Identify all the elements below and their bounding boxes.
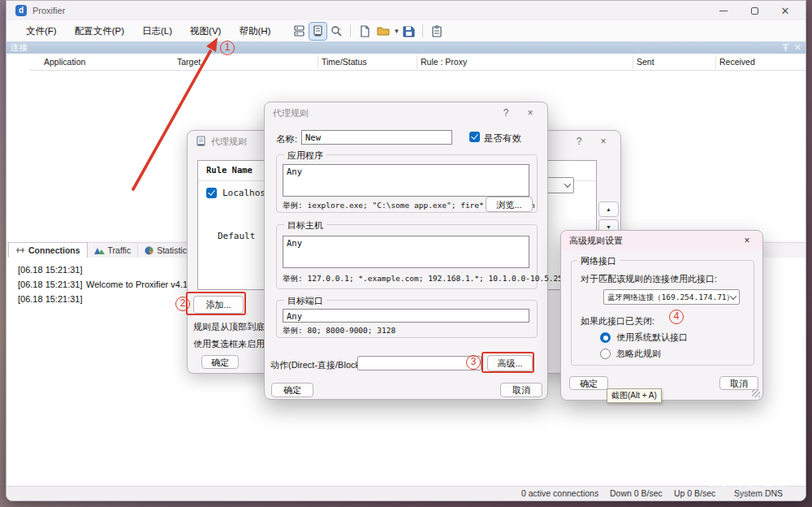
close-button[interactable]: ✕ xyxy=(770,1,801,20)
radio-ignore-rule[interactable]: 忽略此规则 xyxy=(600,348,661,360)
rule-name: Default xyxy=(218,231,255,241)
network-interface-legend: 网络接口 xyxy=(577,255,620,267)
applications-textarea[interactable]: Any xyxy=(283,164,529,197)
clipboard-button[interactable] xyxy=(428,23,445,40)
new-profile-icon xyxy=(359,25,370,37)
tab-traffic[interactable]: Traffic xyxy=(88,243,139,258)
help-icon[interactable]: ? xyxy=(495,106,516,120)
column-separator[interactable] xyxy=(417,55,417,69)
maximize-icon xyxy=(751,7,758,15)
name-label: 名称: xyxy=(276,133,297,145)
pin-icon[interactable] xyxy=(782,43,789,52)
titlebar[interactable]: d Proxifier ✕ xyxy=(6,1,806,20)
panel-close-icon[interactable]: ✕ xyxy=(794,41,801,54)
radio-unselected-icon xyxy=(600,349,611,359)
connections-tab-icon xyxy=(15,246,25,254)
rules-column-header[interactable]: Rule Name xyxy=(206,165,253,175)
applications-legend: 应用程序 xyxy=(284,150,326,162)
rules-dialog-icon xyxy=(196,136,206,147)
target-hosts-textarea[interactable]: Any xyxy=(283,236,529,268)
save-floppy-icon xyxy=(403,25,415,37)
rule-dialog-titlebar[interactable]: 代理规则 ? × xyxy=(265,102,547,124)
close-icon[interactable]: × xyxy=(520,106,541,120)
rule-row-localhost[interactable]: Localhost xyxy=(206,188,271,198)
col-rule-proxy[interactable]: Rule : Proxy xyxy=(421,57,467,67)
browse-button[interactable]: 浏览... xyxy=(486,197,533,212)
log-entry: [06.18 15:21:31] Welcome to Proxifier v4… xyxy=(18,280,209,289)
log-time: [06.18 15:21:31] xyxy=(18,265,86,275)
close-icon[interactable]: × xyxy=(736,233,758,248)
status-bar: 0 active connections Down 0 B/sec Up 0 B… xyxy=(6,486,806,500)
open-folder-icon xyxy=(377,25,390,37)
menubar: 文件(F) 配置文件(P) 日志(L) 视图(V) 帮助(H) xyxy=(6,20,806,41)
screenshot-tooltip: 截图(Alt + A) xyxy=(607,388,662,403)
window-title: Proxifier xyxy=(32,6,65,15)
radio-ignore-label: 忽略此规则 xyxy=(616,348,661,360)
col-received[interactable]: Received xyxy=(719,57,755,67)
status-down-rate: Down 0 B/sec xyxy=(610,488,663,498)
svg-text:~: ~ xyxy=(339,26,341,31)
status-up-rate: Up 0 B/sec xyxy=(674,488,715,498)
menu-file[interactable]: 文件(F) xyxy=(19,22,63,41)
move-up-button[interactable]: ▲ xyxy=(598,202,619,217)
tab-connections[interactable]: Connections xyxy=(8,242,88,258)
rule-ok-button[interactable]: 确定 xyxy=(271,383,313,397)
action-combo[interactable] xyxy=(357,356,482,370)
step-1-badge: 1 xyxy=(220,41,235,55)
col-application[interactable]: Application xyxy=(44,57,85,67)
close-icon[interactable]: × xyxy=(593,134,614,149)
open-profile-button[interactable] xyxy=(374,23,391,40)
name-input[interactable]: New xyxy=(301,130,452,145)
rule-cancel-button[interactable]: 取消 xyxy=(500,383,542,397)
proxy-servers-button[interactable] xyxy=(291,23,308,40)
menu-help[interactable]: 帮助(H) xyxy=(232,22,277,41)
proxy-rules-icon xyxy=(312,25,324,37)
enabled-checkbox-icon[interactable] xyxy=(469,132,480,142)
connections-panel-header: 连接 ✕ xyxy=(6,41,806,54)
col-time-status[interactable]: Time/Status xyxy=(322,57,367,67)
rule-row-default[interactable]: Default xyxy=(218,230,255,241)
rule-dialog-title: 代理规则 xyxy=(273,107,309,119)
col-target[interactable]: Target xyxy=(177,57,201,67)
proxy-servers-icon xyxy=(293,25,305,37)
proxifier-logo-icon: d xyxy=(15,5,27,16)
target-ports-legend: 目标端口 xyxy=(284,295,326,307)
proxy-checker-button[interactable]: ~ xyxy=(328,23,345,40)
advanced-cancel-button[interactable]: 取消 xyxy=(719,376,758,390)
help-icon[interactable]: ? xyxy=(568,134,590,149)
save-profile-button[interactable] xyxy=(400,23,417,40)
menu-view[interactable]: 视图(V) xyxy=(184,22,227,41)
new-profile-button[interactable] xyxy=(356,23,373,40)
watermark-site: pojie.cn xyxy=(737,488,774,500)
radio-default-interface[interactable]: 使用系统默认接口 xyxy=(600,332,688,344)
advanced-dialog-titlebar[interactable]: 高级规则设置 × xyxy=(561,231,762,250)
menu-log[interactable]: 日志(L) xyxy=(136,22,179,41)
interface-dropdown[interactable]: 蓝牙网络连接（169.254.174.71）[d xyxy=(603,289,740,305)
chevron-down-icon xyxy=(730,292,736,299)
radio-selected-icon xyxy=(600,332,611,343)
resize-grip[interactable] xyxy=(752,389,760,397)
add-button-highlight xyxy=(186,292,246,315)
target-ports-input[interactable]: Any xyxy=(283,309,529,323)
toolbar: ~ ▼ xyxy=(290,23,446,40)
log-entry: [06.18 15:21:31] xyxy=(18,265,86,275)
checkbox-checked-icon[interactable] xyxy=(206,188,217,198)
col-sent[interactable]: Sent xyxy=(637,57,654,67)
statistics-tab-icon xyxy=(145,246,153,255)
minimize-button[interactable] xyxy=(708,1,739,20)
column-separator[interactable] xyxy=(715,55,716,69)
menu-profile[interactable]: 配置文件(P) xyxy=(68,22,131,41)
toolbar-separator xyxy=(422,24,423,37)
log-time: [06.18 15:21:31] xyxy=(18,294,86,304)
advanced-dialog-title: 高级规则设置 xyxy=(569,235,623,247)
step-4-badge: 4 xyxy=(669,310,684,324)
minimize-icon xyxy=(719,11,728,11)
column-separator[interactable] xyxy=(633,55,633,69)
rules-ok-button[interactable]: 确定 xyxy=(201,355,239,369)
column-separator[interactable] xyxy=(317,55,318,69)
clipboard-icon xyxy=(431,25,443,37)
advanced-ok-button[interactable]: 确定 xyxy=(569,376,608,390)
proxy-rules-button[interactable] xyxy=(309,23,326,40)
maximize-button[interactable] xyxy=(739,1,770,20)
open-profile-caret-icon[interactable]: ▼ xyxy=(393,28,400,35)
